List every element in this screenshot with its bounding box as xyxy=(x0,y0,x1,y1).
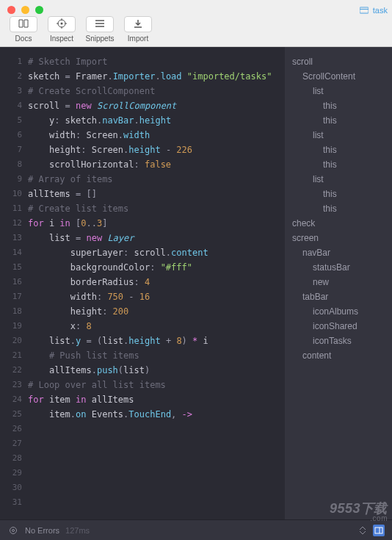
outline-item[interactable]: ScrollContent xyxy=(289,69,388,84)
line-number: 17 xyxy=(0,289,22,304)
code-line[interactable]: height: Screen.height - 226 xyxy=(28,143,285,157)
code-line[interactable]: borderRadius: 4 xyxy=(28,275,285,289)
line-gutter: 1234567891011121314151617181920212223242… xyxy=(0,47,28,519)
expand-icon[interactable] xyxy=(357,525,369,536)
code-line[interactable]: width: 750 - 16 xyxy=(28,289,285,304)
code-line[interactable]: # Create list items xyxy=(28,201,285,216)
snippets-button[interactable]: Snippets xyxy=(82,16,117,43)
errors-label: No Errors xyxy=(25,526,59,535)
outline-item[interactable]: check xyxy=(289,216,388,231)
line-number: 4 xyxy=(0,98,22,113)
svg-rect-15 xyxy=(375,528,382,533)
main-area: 1234567891011121314151617181920212223242… xyxy=(0,47,392,519)
line-number: 5 xyxy=(0,113,22,128)
outline-item[interactable]: this xyxy=(289,143,388,157)
line-number: 7 xyxy=(0,143,22,157)
line-number: 1 xyxy=(0,54,22,69)
inspect-button[interactable]: Inspect xyxy=(44,16,79,43)
panel-toggle-icon[interactable] xyxy=(373,525,385,536)
watermark: 9553下载 .com xyxy=(330,503,388,524)
code-line[interactable]: allItems.push(list) xyxy=(28,363,285,378)
svg-point-3 xyxy=(61,22,63,24)
code-line[interactable]: item.on Events.TouchEnd, -> xyxy=(28,407,285,422)
outline-item[interactable]: statusBar xyxy=(289,260,388,275)
line-number: 2 xyxy=(0,69,22,84)
tool-label: Docs xyxy=(15,35,32,43)
line-number: 9 xyxy=(0,172,22,187)
line-number: 6 xyxy=(0,128,22,143)
outline-item[interactable]: screen xyxy=(289,231,388,245)
svg-rect-0 xyxy=(360,7,369,13)
tool-label: Import xyxy=(128,35,148,43)
outline-item[interactable]: content xyxy=(289,348,388,363)
line-number: 20 xyxy=(0,334,22,348)
line-number: 28 xyxy=(0,451,22,466)
line-number: 15 xyxy=(0,260,22,275)
code-editor[interactable]: # Sketch Importsketch = Framer.Importer.… xyxy=(28,47,285,519)
svg-point-13 xyxy=(10,527,17,533)
code-line[interactable]: # Array of items xyxy=(28,172,285,187)
line-number: 31 xyxy=(0,495,22,510)
line-number: 19 xyxy=(0,319,22,334)
code-line[interactable]: list.y = (list.height + 8) * i xyxy=(28,334,285,348)
code-line[interactable]: scrollHorizontal: false xyxy=(28,157,285,172)
compile-time: 127ms xyxy=(65,526,90,535)
outline-item[interactable]: this xyxy=(289,187,388,201)
code-line[interactable]: sketch = Framer.Importer.load "imported/… xyxy=(28,69,285,84)
code-line[interactable]: superLayer: scroll.content xyxy=(28,245,285,260)
code-line[interactable]: scroll = new ScrollComponent xyxy=(28,98,285,113)
line-number: 22 xyxy=(0,363,22,378)
code-line[interactable]: # Push list items xyxy=(28,348,285,363)
line-number: 16 xyxy=(0,275,22,289)
code-line[interactable]: for item in allItems xyxy=(28,392,285,407)
line-number: 26 xyxy=(0,422,22,436)
outline-item[interactable]: tabBar xyxy=(289,289,388,304)
line-number: 14 xyxy=(0,245,22,260)
close-icon[interactable] xyxy=(7,6,15,14)
outline-item[interactable]: this xyxy=(289,98,388,113)
gear-icon[interactable] xyxy=(7,525,19,536)
svg-rect-1 xyxy=(360,9,369,10)
outline-item[interactable]: list xyxy=(289,128,388,143)
book-icon xyxy=(18,19,29,30)
window-controls xyxy=(7,6,43,14)
line-number: 25 xyxy=(0,407,22,422)
code-line[interactable]: y: sketch.navBar.height xyxy=(28,113,285,128)
code-line[interactable]: for i in [0..3] xyxy=(28,216,285,231)
line-number: 27 xyxy=(0,436,22,451)
outline-item[interactable]: this xyxy=(289,201,388,216)
zoom-icon[interactable] xyxy=(35,6,43,14)
outline-item[interactable]: list xyxy=(289,84,388,98)
line-number: 3 xyxy=(0,84,22,98)
line-number: 10 xyxy=(0,187,22,201)
outline-item[interactable]: list xyxy=(289,172,388,187)
code-line[interactable]: height: 200 xyxy=(28,304,285,319)
svg-point-14 xyxy=(12,529,15,531)
line-number: 30 xyxy=(0,480,22,495)
file-icon xyxy=(358,4,370,16)
outline-item[interactable]: scroll xyxy=(289,54,388,69)
toolbar: Docs Inspect Snippets Import xyxy=(6,16,156,43)
code-line[interactable]: width: Screen.width xyxy=(28,128,285,143)
tool-label: Snippets xyxy=(86,35,115,43)
outline-item[interactable]: iconShared xyxy=(289,319,388,334)
code-line[interactable]: # Loop over all list items xyxy=(28,378,285,392)
layer-outline[interactable]: scrollScrollContentlistthisthislistthist… xyxy=(285,47,392,519)
code-line[interactable]: list = new Layer xyxy=(28,231,285,245)
code-line[interactable]: # Create ScrollComponent xyxy=(28,84,285,98)
outline-item[interactable]: new xyxy=(289,275,388,289)
outline-item[interactable]: iconTasks xyxy=(289,334,388,348)
code-line[interactable]: allItems = [] xyxy=(28,187,285,201)
line-number: 12 xyxy=(0,216,22,231)
code-line[interactable]: x: 8 xyxy=(28,319,285,334)
line-number: 13 xyxy=(0,231,22,245)
minimize-icon[interactable] xyxy=(21,6,29,14)
outline-item[interactable]: this xyxy=(289,157,388,172)
code-line[interactable]: backgroundColor: "#fff" xyxy=(28,260,285,275)
docs-button[interactable]: Docs xyxy=(6,16,41,43)
import-button[interactable]: Import xyxy=(120,16,156,43)
code-line[interactable]: # Sketch Import xyxy=(28,54,285,69)
outline-item[interactable]: iconAlbums xyxy=(289,304,388,319)
outline-item[interactable]: navBar xyxy=(289,245,388,260)
outline-item[interactable]: this xyxy=(289,113,388,128)
